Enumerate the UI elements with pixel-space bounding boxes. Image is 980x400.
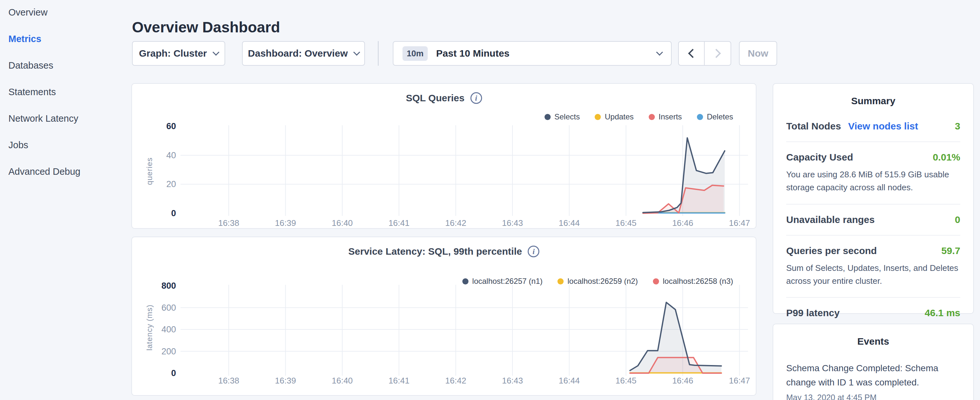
sidebar-nav: OverviewMetricsDatabasesStatementsNetwor… (0, 0, 129, 400)
page-title: Overview Dashboard (132, 18, 280, 36)
summary-row-value: 59.7 (942, 245, 960, 256)
chevron-left-icon (688, 49, 697, 58)
summary-row-p99-latency: P99 latency46.1 ms (786, 308, 960, 319)
summary-row-label: P99 latency (786, 308, 840, 319)
summary-card: Summary Total NodesView nodes list3Capac… (773, 83, 974, 314)
svg-text:600: 600 (161, 303, 176, 312)
svg-text:16:43: 16:43 (502, 218, 523, 228)
svg-text:16:41: 16:41 (388, 376, 410, 386)
sql-queries-chart[interactable]: 16:3816:3916:4016:4116:4216:4316:4416:45… (132, 84, 757, 229)
svg-text:16:45: 16:45 (616, 376, 636, 386)
dashboard-dropdown[interactable]: Dashboard: Overview (242, 41, 365, 66)
summary-divider (786, 142, 960, 142)
event-timestamp: May 13, 2020 at 4:45 PM (786, 393, 960, 400)
svg-text:latency (ms): latency (ms) (145, 304, 154, 351)
svg-text:16:38: 16:38 (218, 376, 239, 386)
svg-text:16:44: 16:44 (559, 218, 580, 228)
summary-row-label: Capacity Used (786, 152, 853, 163)
time-step-buttons (678, 41, 731, 66)
chevron-down-icon (353, 49, 360, 55)
summary-row-subtext: Sum of Selects, Updates, Inserts, and De… (786, 261, 960, 288)
now-button[interactable]: Now (739, 41, 777, 66)
summary-divider (786, 204, 960, 204)
svg-text:16:38: 16:38 (218, 218, 239, 228)
time-step-back-button[interactable] (678, 41, 705, 66)
summary-row-value: 0 (955, 214, 960, 225)
summary-divider (786, 235, 960, 236)
event-item[interactable]: Schema Change Completed: Schema change w… (786, 361, 960, 400)
svg-text:200: 200 (161, 347, 176, 356)
summary-heading: Summary (786, 96, 960, 107)
svg-text:16:39: 16:39 (275, 218, 296, 228)
time-step-forward-button[interactable] (705, 41, 731, 66)
sql-queries-panel: SQL Queries i SelectsUpdatesInsertsDelet… (131, 83, 756, 229)
summary-row-label: Unavailable ranges (786, 214, 875, 225)
controls-divider (378, 41, 379, 66)
svg-text:16:46: 16:46 (672, 218, 694, 228)
svg-text:16:43: 16:43 (502, 376, 523, 386)
chevron-down-icon (656, 49, 663, 55)
summary-row-queries-per-second: Queries per second59.7 (786, 245, 960, 256)
sidebar-item-jobs[interactable]: Jobs (8, 140, 28, 150)
sidebar-item-metrics[interactable]: Metrics (8, 34, 41, 44)
summary-row-value: 46.1 ms (925, 308, 960, 319)
sidebar-item-advanced-debug[interactable]: Advanced Debug (8, 167, 81, 176)
svg-text:16:39: 16:39 (275, 376, 296, 386)
sidebar-item-statements[interactable]: Statements (8, 87, 56, 97)
events-card: Events Schema Change Completed: Schema c… (773, 324, 974, 400)
summary-row-value: 0.01% (933, 152, 960, 163)
svg-text:20: 20 (166, 179, 176, 189)
dashboard-dropdown-label: Dashboard: Overview (248, 48, 347, 59)
summary-row-value: 3 (955, 121, 960, 132)
chevron-right-icon (712, 49, 721, 58)
summary-row-subtext: You are using 28.6 MiB of 515.9 GiB usab… (786, 168, 960, 194)
svg-text:16:42: 16:42 (445, 218, 466, 228)
summary-row-label: Total Nodes (786, 121, 841, 132)
svg-text:16:44: 16:44 (559, 376, 580, 386)
svg-text:40: 40 (166, 150, 176, 160)
summary-divider (786, 297, 960, 298)
svg-text:60: 60 (166, 121, 176, 131)
events-heading: Events (786, 336, 960, 347)
service-latency-chart[interactable]: 16:3816:3916:4016:4116:4216:4316:4416:45… (132, 237, 757, 397)
sidebar-item-network-latency[interactable]: Network Latency (8, 113, 78, 123)
time-window-selector[interactable]: 10m Past 10 Minutes (393, 41, 672, 66)
svg-text:16:47: 16:47 (729, 218, 750, 228)
sidebar-item-databases[interactable]: Databases (8, 61, 53, 70)
event-text: Schema Change Completed: Schema change w… (786, 361, 960, 390)
time-window-label: Past 10 Minutes (436, 48, 649, 59)
graph-dropdown-label: Graph: Cluster (139, 48, 207, 59)
view-nodes-list-link[interactable]: View nodes list (848, 121, 918, 132)
svg-text:16:47: 16:47 (729, 376, 750, 386)
svg-text:16:45: 16:45 (616, 218, 636, 228)
svg-text:16:40: 16:40 (332, 376, 353, 386)
summary-row-total-nodes: Total NodesView nodes list3 (786, 121, 960, 132)
svg-text:0: 0 (171, 368, 176, 378)
svg-text:queries: queries (145, 157, 154, 185)
svg-text:16:40: 16:40 (332, 218, 353, 228)
svg-text:400: 400 (161, 325, 176, 334)
summary-row-unavailable-ranges: Unavailable ranges0 (786, 214, 960, 225)
svg-text:0: 0 (171, 209, 176, 218)
chevron-down-icon (212, 49, 219, 55)
summary-row-capacity-used: Capacity Used0.01% (786, 152, 960, 163)
svg-text:16:42: 16:42 (445, 376, 466, 386)
summary-row-label: Queries per second (786, 245, 877, 256)
service-latency-panel: Service Latency: SQL, 99th percentile i … (131, 237, 756, 396)
graph-dropdown[interactable]: Graph: Cluster (132, 41, 225, 66)
sidebar-item-overview[interactable]: Overview (8, 8, 48, 17)
svg-text:16:46: 16:46 (672, 376, 694, 386)
svg-text:800: 800 (161, 281, 176, 291)
svg-text:16:41: 16:41 (388, 218, 410, 228)
time-window-badge: 10m (402, 46, 428, 61)
